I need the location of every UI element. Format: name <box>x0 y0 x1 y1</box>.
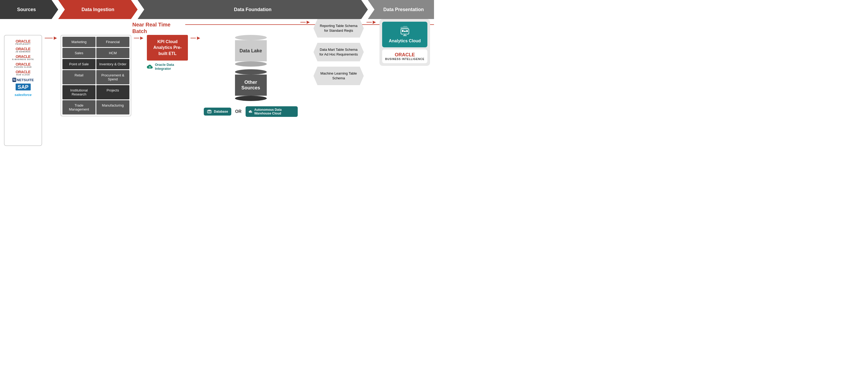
database-label-box: Database <box>204 108 231 116</box>
oracle-bi-box: ORACLE BUSINESS INTELLIGENCE <box>382 50 427 63</box>
module-inventory-order: Inventory & Order <box>96 59 129 69</box>
data-presentation-label: Data Presentation <box>383 7 424 12</box>
module-point-of-sale: Point of Sale <box>62 59 96 69</box>
module-institutional-research: Institutional Research <box>62 85 96 99</box>
ml-table-schema: Machine Learning Table Schema <box>314 67 364 85</box>
module-trade-management: Trade Management <box>62 100 96 115</box>
module-retail: Retail <box>62 70 96 84</box>
module-sales: Sales <box>62 48 96 58</box>
lakes-section: Data Lake Other Sources Database OR <box>204 35 298 117</box>
analytics-cloud-box: Analytics Cloud <box>382 22 427 47</box>
reporting-table-schema: Reporting Table Schema for Standard Reqt… <box>314 19 364 37</box>
oracle-bi-sub: BUSINESS INTELLIGENCE <box>385 58 425 61</box>
sources-arrow: Sources <box>0 0 58 19</box>
schemas-section: Reporting Table Schema for Standard Reqt… <box>314 19 364 85</box>
module-marketing: Marketing <box>62 37 96 47</box>
data-foundation-label: Data Foundation <box>234 7 272 12</box>
salesforce-logo: salesforce <box>14 92 31 97</box>
analytics-cloud-label: Analytics Cloud <box>385 39 425 43</box>
module-procurement-spend: Procurement & Spend <box>96 70 129 84</box>
sources-arrow-label: Sources <box>17 7 36 12</box>
database-label-text: Database <box>214 110 228 113</box>
oracle-jdedwards-logo: ORACLE JD EDWARDS <box>16 47 31 53</box>
near-realtime-label: Near Real Time <box>132 22 170 28</box>
svg-point-1 <box>208 110 212 111</box>
data-foundation-arrow: Data Foundation <box>137 0 368 19</box>
analytics-cloud-icon <box>398 26 411 36</box>
svg-rect-6 <box>402 30 404 32</box>
modules-to-kpi-arrow: ► <box>134 35 145 41</box>
modules-panel: Marketing Financial Sales HCM Point of S… <box>61 35 131 116</box>
module-hcm: HCM <box>96 48 129 58</box>
module-projects: Projects <box>96 85 129 99</box>
analytics-panel: Analytics Cloud ORACLE BUSINESS INTELLIG… <box>379 19 430 66</box>
kpi-odi-section: KPI Cloud Analytics Pre-built ETL Oracle… <box>147 35 188 71</box>
svg-rect-8 <box>406 30 408 32</box>
data-ingestion-label: Data Ingestion <box>82 7 114 12</box>
data-ingestion-arrow: Data Ingestion <box>58 0 137 19</box>
kpi-box: KPI Cloud Analytics Pre-built ETL <box>147 35 188 61</box>
odi-text: Oracle Data Integrator <box>155 63 188 71</box>
adwc-label-box: ADW Autonomous Data Warehouse Cloud <box>246 106 298 117</box>
odi-icon <box>147 63 153 70</box>
odi-label: Oracle Data Integrator <box>147 63 188 71</box>
data-mart-table-schema: Data Mart Table Schema for Ad Hoc Requir… <box>314 43 364 61</box>
sources-to-modules-arrow: ► <box>45 35 58 41</box>
data-lake-cylinder: Data Lake <box>235 35 267 67</box>
module-manufacturing: Manufacturing <box>96 100 129 115</box>
module-financial: Financial <box>96 37 129 47</box>
or-text: OR <box>235 109 242 114</box>
bottom-labels: Database OR ADW Autonomous Data Warehous… <box>204 106 298 117</box>
kpi-to-datalake-arrow: ► <box>190 35 201 41</box>
svg-text:ADW: ADW <box>250 111 252 112</box>
oracle-hcm-logo: ORACLE HCM CLOUD <box>16 70 30 76</box>
sources-panel: ORACLE PEOPLESOFT ORACLE JD EDWARDS ORAC… <box>4 35 42 146</box>
lake-to-schemas-arrow: ► <box>300 19 311 25</box>
header-bar: Sources Data Ingestion Data Foundation D… <box>0 0 434 19</box>
oracle-ebusiness-logo: ORACLE E-BUSINESS SUITE <box>12 55 34 60</box>
other-sources-cylinder: Other Sources <box>235 69 267 101</box>
adwc-icon: ADW <box>249 109 252 114</box>
oracle-bi-main: ORACLE <box>385 52 425 58</box>
database-icon <box>207 109 212 114</box>
netsuite-logo: N NETSUITE <box>12 78 34 82</box>
schemas-to-analytics-arrow: ► <box>367 19 377 25</box>
sap-logo: SAP <box>16 84 31 90</box>
data-presentation-arrow: Data Presentation <box>368 0 434 19</box>
oracle-peoplesoft-logo: ORACLE PEOPLESOFT <box>16 39 31 45</box>
svg-rect-7 <box>404 31 406 32</box>
main-content: ORACLE PEOPLESOFT ORACLE JD EDWARDS ORAC… <box>0 35 434 146</box>
oracle-fusion-logo: ORACLE FUSION CLOUD <box>14 62 32 68</box>
adwc-label-text: Autonomous Data Warehouse Cloud <box>254 108 294 115</box>
batch-label: Batch <box>132 28 147 34</box>
